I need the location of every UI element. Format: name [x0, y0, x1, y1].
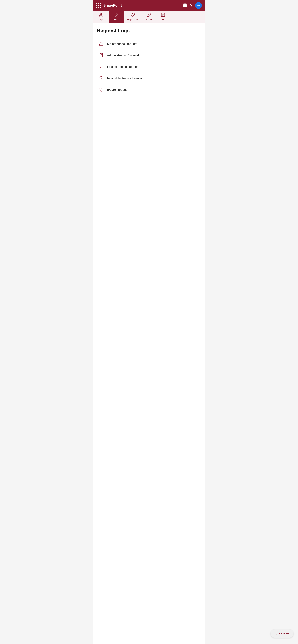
header-right: ? MK	[183, 2, 202, 9]
housekeeping-icon	[98, 64, 104, 69]
header-left: SharePoint	[96, 3, 122, 8]
svg-rect-9	[100, 53, 102, 54]
room-booking-icon	[98, 76, 104, 80]
administrative-request-label: Administrative Request	[107, 54, 139, 57]
tab-people-label: People	[98, 18, 104, 20]
tab-vand[interactable]: Vand...	[157, 11, 169, 23]
list-item[interactable]: Housekeeping Request	[97, 61, 201, 72]
request-list: Maintenance Request Administrative Reque…	[97, 38, 201, 96]
support-icon	[147, 13, 151, 18]
tab-support-label: Support	[145, 18, 153, 20]
grid-menu-icon[interactable]	[96, 3, 101, 8]
list-item[interactable]: Administrative Request	[97, 50, 201, 61]
bcare-icon	[98, 87, 104, 92]
logs-icon	[114, 13, 119, 18]
app-header: SharePoint ? MK	[93, 0, 205, 11]
navigation-tabs: People Logs Helpful links Support	[93, 11, 205, 23]
help-icon[interactable]: ?	[190, 3, 193, 8]
tab-support[interactable]: Support	[141, 11, 157, 23]
administrative-icon	[98, 53, 104, 58]
people-icon	[99, 13, 103, 18]
tab-vand-label: Vand...	[160, 18, 166, 20]
app-title: SharePoint	[103, 4, 122, 8]
list-item[interactable]: BCare Request	[97, 84, 201, 96]
list-item[interactable]: Maintenance Request	[97, 38, 201, 50]
settings-icon[interactable]	[183, 3, 187, 8]
tab-logs-label: Logs	[114, 18, 119, 20]
housekeeping-request-label: Housekeeping Request	[107, 65, 139, 69]
maintenance-request-label: Maintenance Request	[107, 42, 137, 46]
page-title: Request Logs	[97, 28, 201, 34]
tab-helpful-links[interactable]: Helpful links	[124, 11, 141, 23]
bcare-request-label: BCare Request	[107, 88, 128, 92]
helpful-links-icon	[130, 13, 135, 18]
room-booking-label: Room/Electronics Booking	[107, 76, 143, 80]
main-content: Request Logs Maintenance Request	[93, 23, 205, 644]
list-item[interactable]: Room/Electronics Booking	[97, 72, 201, 84]
tab-people[interactable]: People	[93, 11, 109, 23]
maintenance-icon	[98, 42, 104, 46]
tab-helpful-links-label: Helpful links	[127, 18, 138, 20]
svg-point-1	[100, 13, 101, 15]
tab-logs[interactable]: Logs	[109, 11, 124, 23]
user-avatar[interactable]: MK	[195, 2, 202, 9]
vand-icon	[161, 13, 165, 18]
